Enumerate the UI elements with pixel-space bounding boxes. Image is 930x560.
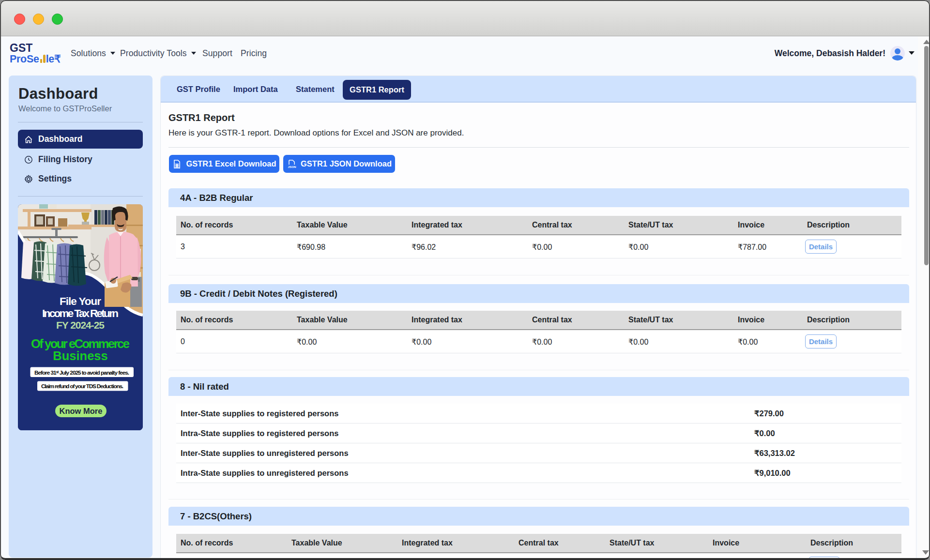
svg-text:Before 31ˢᵗ July 2025 to avoid: Before 31ˢᵗ July 2025 to avoid panalty f…	[34, 369, 129, 376]
svg-text:Claim refund of your TDS Deduc: Claim refund of your TDS Deductions.	[41, 383, 123, 390]
svg-text:Know More: Know More	[60, 406, 103, 415]
svg-text:File Your: File Your	[60, 295, 101, 307]
svg-text:Business: Business	[53, 349, 107, 363]
svg-text:Of your eCommerce: Of your eCommerce	[31, 337, 130, 350]
svg-text:FY 2024-25: FY 2024-25	[56, 319, 105, 331]
svg-text:JSON: JSON	[288, 165, 297, 168]
svg-text:Income Tax Return: Income Tax Return	[42, 307, 119, 319]
